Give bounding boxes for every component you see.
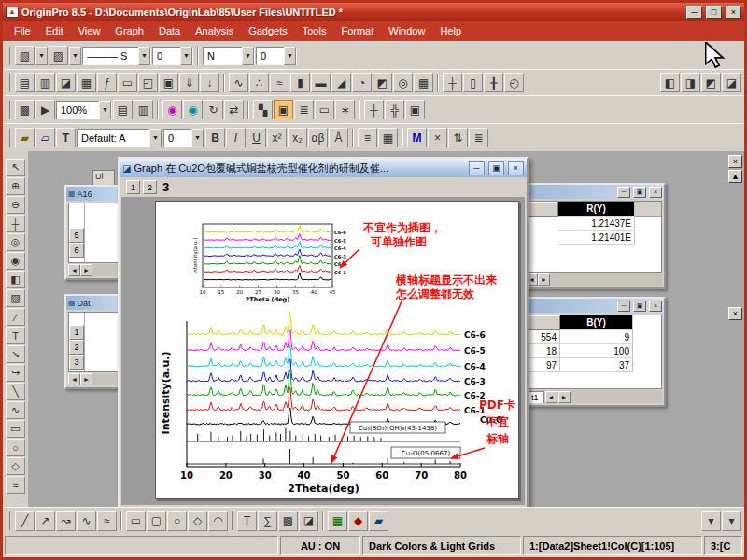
scroll-right-button[interactable]: ► — [80, 264, 92, 276]
worksheet-grid[interactable]: R(Y) 1.21437E1.21401E — [526, 201, 662, 273]
pattern-button[interactable]: ▨ — [49, 46, 68, 65]
rectangle-tool[interactable]: ▭ — [6, 420, 25, 438]
underline-button[interactable]: U — [247, 128, 266, 147]
menu-item[interactable]: Data — [151, 21, 188, 41]
close-button[interactable]: × — [726, 6, 741, 19]
cell-value[interactable]: 1.21437E — [558, 217, 635, 231]
fit-page-button[interactable]: ▣ — [405, 100, 425, 119]
add-layer-button[interactable]: ┼ — [364, 100, 384, 119]
align-button[interactable]: ≡ — [358, 128, 377, 147]
menu-item[interactable]: File — [7, 21, 38, 41]
panel-close-button[interactable]: × — [728, 155, 742, 168]
scroll-right-button[interactable]: ► — [558, 391, 571, 403]
text-tool[interactable]: T — [6, 327, 25, 344]
line-tool[interactable]: ╲ — [6, 383, 25, 400]
zoom-out-tool[interactable]: ⊖ — [6, 196, 25, 214]
insert-table-button[interactable]: ▦ — [378, 128, 398, 147]
text-tool[interactable]: T — [237, 511, 257, 531]
star-tool[interactable]: ◆ — [348, 511, 368, 531]
layer-1-button[interactable]: 1 — [126, 180, 140, 194]
draw-data-tool[interactable]: ∕ — [6, 308, 25, 326]
legend-button[interactable]: ▯ — [463, 73, 483, 92]
data-reader-tool[interactable]: ◉ — [6, 252, 25, 270]
color-tool-magenta[interactable]: ◉ — [162, 100, 182, 119]
panel-close-button[interactable]: × — [728, 307, 742, 320]
border-width-combo[interactable]: 0 ▼ — [256, 47, 297, 65]
worksheet-ry-titlebar[interactable]: ─ ▣ × — [524, 185, 664, 199]
column-graph-button[interactable]: ▮ — [290, 73, 310, 92]
cell-value[interactable]: 9 — [560, 330, 633, 344]
results-log-button[interactable]: ≣ — [294, 100, 314, 119]
sheet-tab-bar[interactable]: t1 ◄ ► — [526, 390, 662, 403]
graph-close-button[interactable]: × — [508, 161, 524, 175]
toolbar-grip[interactable] — [7, 101, 10, 119]
graph-minimize-button[interactable]: ─ — [469, 161, 485, 175]
restore-button[interactable]: ▣ — [633, 301, 646, 312]
font-size-dropdown[interactable]: ▼ — [191, 129, 204, 147]
pointer-tool[interactable]: ↖ — [6, 159, 25, 176]
scroll-left-button[interactable]: ◄ — [68, 373, 80, 385]
polygon-tool[interactable]: ◇ — [6, 457, 25, 475]
copy-format-button[interactable]: ▱ — [35, 128, 55, 147]
line-width-combo[interactable]: 0 ▼ — [152, 47, 193, 65]
layer-2-button[interactable]: 2 — [143, 180, 157, 194]
minimize-button[interactable]: ─ — [686, 6, 702, 19]
new-graph-button[interactable]: ◪ — [56, 73, 76, 92]
code-builder-button[interactable]: ∗ — [335, 100, 355, 119]
screen-reader-tool[interactable]: ◎ — [6, 233, 25, 251]
row-header[interactable]: 1 — [69, 325, 84, 340]
toolbar-grip[interactable] — [7, 74, 10, 92]
scroll-right-button[interactable]: ► — [80, 373, 92, 385]
area-graph-button[interactable]: ◢ — [331, 73, 351, 92]
scatter-graph-button[interactable]: ∴ — [249, 73, 269, 92]
cell-value[interactable]: 97 — [527, 358, 560, 372]
polyline-tool[interactable]: ∿ — [6, 401, 25, 419]
menu-item[interactable]: Window — [381, 21, 432, 41]
contour-graph-button[interactable]: ◎ — [393, 73, 413, 92]
master-page-button[interactable]: M — [407, 128, 427, 147]
fill-color-dropdown[interactable]: ▼ — [35, 47, 48, 65]
rescale-axes-button[interactable]: ┼ — [443, 73, 462, 92]
font-dropdown[interactable]: ▼ — [149, 129, 162, 147]
3d-graph-button[interactable]: ◩ — [373, 73, 392, 92]
border-style-dropdown[interactable]: ▼ — [242, 47, 254, 65]
bold-button[interactable]: B — [205, 128, 225, 147]
menu-item[interactable]: Gadgets — [241, 21, 295, 41]
dock-left-button[interactable]: ◧ — [660, 73, 680, 92]
restore-button[interactable]: ▣ — [633, 187, 646, 198]
equation-tool[interactable]: ∑ — [258, 511, 277, 531]
date-stamp-button[interactable]: ◴ — [504, 73, 524, 92]
dock-right-button[interactable]: ◨ — [681, 73, 700, 92]
freehand-tool[interactable]: ≈ — [97, 511, 117, 531]
more-tools-dropdown-2[interactable]: ▾ — [722, 511, 741, 531]
column-header-left[interactable] — [527, 315, 560, 330]
border-width-dropdown[interactable]: ▼ — [284, 47, 296, 65]
rectangle-tool[interactable]: ▭ — [126, 511, 146, 531]
font-combo[interactable]: Default: A ▼ — [77, 129, 162, 147]
row-header[interactable]: 5 — [69, 228, 84, 243]
swap-button[interactable]: ⇄ — [224, 100, 244, 119]
pattern-dropdown[interactable]: ▼ — [69, 47, 81, 65]
menu-item[interactable]: View — [71, 21, 108, 41]
print-button[interactable]: ▤ — [113, 100, 133, 119]
zoom-in-tool[interactable]: ⊕ — [6, 177, 25, 195]
angstrom-button[interactable]: Å — [329, 128, 348, 147]
greek-button[interactable]: αβ — [308, 128, 328, 147]
line-style-combo[interactable]: ——— S ▼ — [82, 47, 151, 65]
image-tool[interactable]: ▩ — [278, 511, 298, 531]
circle-tool[interactable]: ○ — [6, 439, 25, 456]
worksheet-window-by[interactable]: ─ ▣ × 5541897 B(Y) 910037 t1 — [522, 297, 666, 407]
refresh-button[interactable]: ↻ — [204, 100, 223, 119]
curved-arrow-tool[interactable]: ↝ — [56, 511, 76, 531]
line-style-dropdown[interactable]: ▼ — [138, 47, 150, 65]
new-matrix-button[interactable]: ▦ — [77, 73, 96, 92]
run-script-button[interactable]: ▶ — [35, 100, 55, 119]
edit-style-button[interactable]: ▰ — [15, 128, 35, 147]
layer-manager-button[interactable]: ╬ — [385, 100, 404, 119]
exclude-master-button[interactable]: × — [428, 128, 447, 147]
pan-tool[interactable]: ┼ — [6, 215, 25, 232]
graph-restore-button[interactable]: ▣ — [488, 161, 504, 175]
toolbar-grip[interactable] — [7, 511, 10, 530]
zoom-dropdown[interactable]: ▼ — [99, 101, 111, 119]
font-size-combo[interactable]: 0 ▼ — [163, 129, 204, 147]
